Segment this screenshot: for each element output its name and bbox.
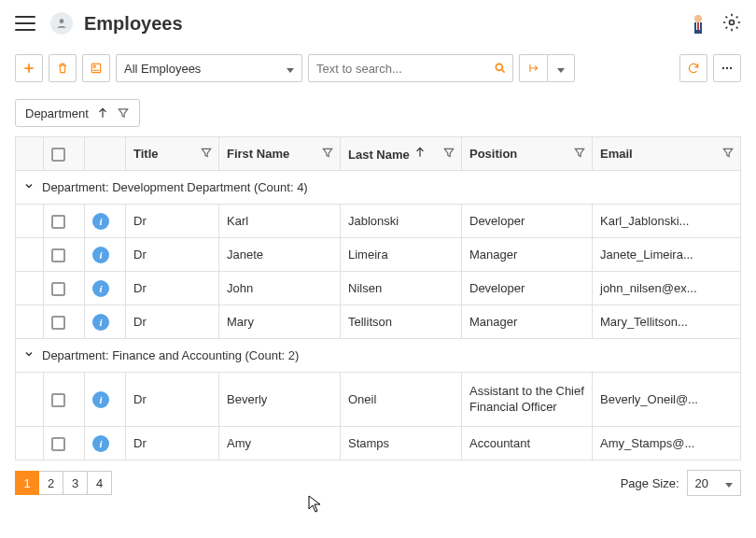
info-cell[interactable]: i <box>85 427 126 460</box>
svg-point-10 <box>726 67 728 69</box>
col-title-header[interactable]: Title <box>126 137 219 171</box>
delete-button[interactable] <box>49 54 77 82</box>
position-cell: Developer <box>462 272 593 305</box>
table-row[interactable]: iDrAmyStampsAccountantAmy_Stamps@... <box>16 427 741 460</box>
collapse-icon[interactable] <box>21 348 36 362</box>
menu-icon[interactable] <box>15 16 35 31</box>
search-box[interactable] <box>308 54 513 82</box>
last-cell: Stamps <box>341 427 462 460</box>
expand-cell <box>16 305 44 339</box>
col-email-header[interactable]: Email <box>593 137 741 171</box>
info-cell[interactable]: i <box>85 238 126 272</box>
row-checkbox[interactable] <box>51 316 65 330</box>
checkbox-cell[interactable] <box>44 427 85 460</box>
checkbox-cell[interactable] <box>44 205 85 238</box>
page-size-label: Page Size: <box>621 476 679 490</box>
info-icon[interactable]: i <box>92 213 109 230</box>
export-button[interactable] <box>519 54 547 82</box>
page-button-2[interactable]: 2 <box>39 471 63 495</box>
view-dropdown[interactable]: All Employees <box>116 54 302 82</box>
col-position-header[interactable]: Position <box>462 137 593 171</box>
chevron-down-icon <box>725 476 733 490</box>
col-checkbox-header[interactable] <box>44 137 85 171</box>
table-row[interactable]: iDrBeverlyOneilAssistant to the Chief Fi… <box>16 373 741 427</box>
info-icon[interactable]: i <box>92 280 109 297</box>
add-button[interactable] <box>15 54 43 82</box>
chevron-down-icon <box>287 62 294 76</box>
filter-icon[interactable] <box>200 146 213 162</box>
table-row[interactable]: iDrKarlJablonskiDeveloperKarl_Jablonski.… <box>16 205 741 238</box>
card-view-button[interactable] <box>82 54 110 82</box>
checkbox-cell[interactable] <box>44 305 85 339</box>
toolbar: All Employees <box>0 47 756 90</box>
info-cell[interactable]: i <box>85 305 126 339</box>
filter-icon[interactable] <box>573 146 586 162</box>
svg-point-11 <box>730 67 732 69</box>
expand-cell <box>16 238 44 272</box>
export-dropdown[interactable] <box>547 54 575 82</box>
grid-container: Department Title First Name Last Name Po… <box>0 90 756 515</box>
first-cell: Mary <box>219 305 341 339</box>
row-checkbox[interactable] <box>51 215 65 229</box>
row-checkbox[interactable] <box>51 393 65 407</box>
page-button-1[interactable]: 1 <box>15 471 39 495</box>
expand-cell <box>16 205 44 238</box>
filter-icon[interactable] <box>321 146 334 162</box>
info-cell[interactable]: i <box>85 272 126 305</box>
info-icon[interactable]: i <box>92 314 109 331</box>
select-all-checkbox[interactable] <box>51 148 65 162</box>
info-icon[interactable]: i <box>92 391 109 408</box>
table-row[interactable]: iDrMaryTellitsonManagerMary_Tellitson... <box>16 305 741 339</box>
checkbox-cell[interactable] <box>44 373 85 427</box>
row-checkbox[interactable] <box>51 437 65 451</box>
svg-point-0 <box>60 19 64 23</box>
group-row[interactable]: Department: Finance and Accounting (Coun… <box>16 339 741 373</box>
row-checkbox[interactable] <box>51 282 65 296</box>
expand-cell <box>16 373 44 427</box>
checkbox-cell[interactable] <box>44 272 85 305</box>
row-checkbox[interactable] <box>51 248 65 262</box>
info-cell[interactable]: i <box>85 373 126 427</box>
page-size-value: 20 <box>695 476 708 490</box>
title-cell: Dr <box>126 238 219 272</box>
employees-grid: Title First Name Last Name Position Emai… <box>15 136 741 460</box>
expand-cell <box>16 272 44 305</box>
svg-point-7 <box>93 65 95 67</box>
view-dropdown-label: All Employees <box>124 62 201 76</box>
col-firstname-header[interactable]: First Name <box>219 137 341 171</box>
filter-icon[interactable] <box>721 146 735 162</box>
user-avatar[interactable] <box>687 12 709 35</box>
app-header: Employees <box>0 0 756 47</box>
col-expand-header <box>16 137 44 171</box>
page-button-4[interactable]: 4 <box>88 471 112 495</box>
collapse-icon[interactable] <box>21 180 36 194</box>
module-icon <box>50 12 73 35</box>
page-size-dropdown[interactable]: 20 <box>687 470 741 496</box>
group-chip-department[interactable]: Department <box>15 99 140 127</box>
title-cell: Dr <box>126 305 219 339</box>
search-icon[interactable] <box>494 62 507 75</box>
filter-icon[interactable] <box>117 106 130 120</box>
page-title: Employees <box>84 13 687 35</box>
checkbox-cell[interactable] <box>44 238 85 272</box>
svg-rect-4 <box>697 22 699 30</box>
email-cell: Janete_Limeira... <box>593 238 741 272</box>
group-row[interactable]: Department: Development Department (Coun… <box>16 171 741 205</box>
search-input[interactable] <box>316 55 494 81</box>
more-button[interactable] <box>713 54 741 82</box>
last-cell: Oneil <box>341 373 462 427</box>
page-button-3[interactable]: 3 <box>63 471 88 495</box>
filter-icon[interactable] <box>442 146 455 162</box>
last-cell: Tellitson <box>341 305 462 339</box>
refresh-button[interactable] <box>679 54 707 82</box>
info-icon[interactable]: i <box>92 435 109 452</box>
gear-icon[interactable] <box>722 13 741 35</box>
info-icon[interactable]: i <box>92 247 109 263</box>
email-cell: Beverly_Oneil@... <box>593 373 741 427</box>
col-lastname-header[interactable]: Last Name <box>341 137 462 171</box>
first-cell: Amy <box>219 427 341 460</box>
info-cell[interactable]: i <box>85 205 126 238</box>
svg-rect-6 <box>91 64 100 72</box>
table-row[interactable]: iDrJaneteLimeiraManagerJanete_Limeira... <box>16 238 741 272</box>
table-row[interactable]: iDrJohnNilsenDeveloperjohn_nilsen@ex... <box>16 272 741 305</box>
